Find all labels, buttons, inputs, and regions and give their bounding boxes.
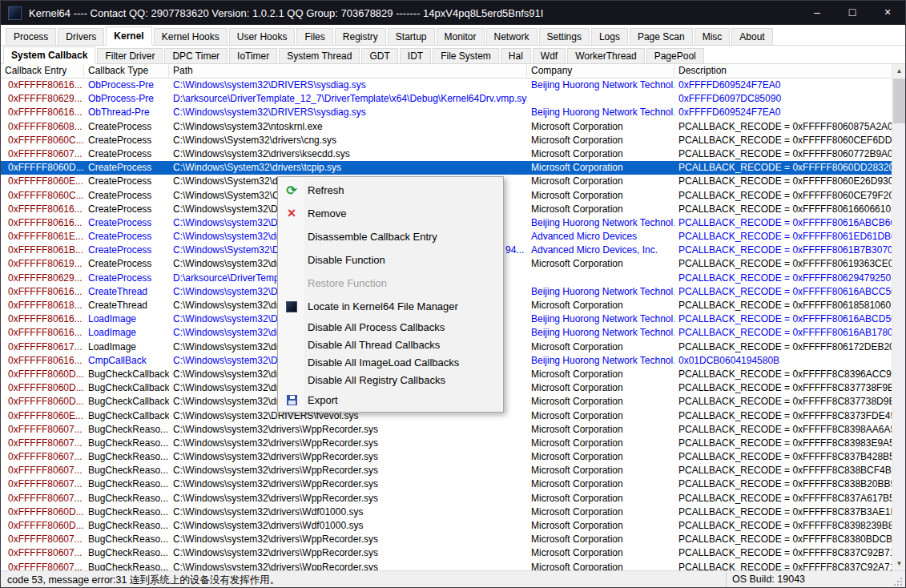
tab-page-scan[interactable]: Page Scan — [630, 28, 693, 45]
column-header-callback-type[interactable]: Callback Type — [84, 64, 169, 78]
cell-callback-entry: 0xFFFFF80616... — [1, 312, 84, 326]
menu-item-disassemble-callback-entry[interactable]: Disassemble Callback Entry — [278, 225, 503, 248]
table-row[interactable]: 0xFFFFF80607...BugCheckReaso...C:\Window… — [1, 492, 893, 505]
cell-description: PCALLBACK_RECODE = 0xFFFFF8C8398AA6A50 — [674, 423, 893, 437]
cell-description: PCALLBACK_RECODE = 0xFFFFF8C83983E9A50 — [674, 437, 893, 450]
tab-network[interactable]: Network — [486, 28, 538, 45]
tab-system-thread[interactable]: System Thread — [279, 48, 360, 63]
cell-callback-entry: 0xFFFFF8060D... — [1, 368, 84, 381]
menu-item-disable-all-thread-callbacks[interactable]: Disable All Thread Callbacks — [278, 336, 503, 353]
tab-drivers[interactable]: Drivers — [58, 28, 104, 45]
column-header-callback-entry[interactable]: Callback Entry — [1, 64, 84, 78]
menu-item-refresh[interactable]: ⟳Refresh — [278, 179, 503, 202]
cell-path: C:\Windows\system32\drivers\WppRecorder.… — [169, 423, 527, 437]
tab-workerthread[interactable]: WorkerThread — [567, 48, 644, 63]
tab-settings[interactable]: Settings — [539, 28, 590, 45]
cell-callback-entry: 0xFFFFF80616... — [1, 285, 84, 299]
tab-idt[interactable]: IDT — [400, 48, 431, 63]
cell-company: Microsoft Corporation — [527, 147, 674, 161]
table-row[interactable]: 0xFFFFF8060D...BugCheckReaso...C:\Window… — [1, 519, 893, 533]
cell-callback-type: CreateProcess — [84, 134, 169, 147]
table-row[interactable]: 0xFFFFF80607...BugCheckReaso...C:\Window… — [1, 423, 893, 437]
tab-files[interactable]: Files — [296, 28, 332, 45]
cell-callback-type: BugCheckCallback — [84, 395, 169, 409]
scrollbar-thumb[interactable] — [893, 79, 905, 123]
refresh-icon: ⟳ — [280, 183, 303, 198]
tab-file-system[interactable]: File System — [433, 48, 499, 63]
tab-filter-driver[interactable]: Filter Driver — [97, 48, 163, 63]
cell-company: Microsoft Corporation — [527, 464, 674, 477]
tab-hal[interactable]: Hal — [501, 48, 531, 63]
scroll-up-arrow-icon[interactable]: ▲ — [892, 64, 906, 78]
menu-item-disable-all-registry-callbacks[interactable]: Disable All Registry Callbacks — [278, 371, 503, 389]
table-row[interactable]: 0xFFFFF80607...BugCheckReaso...C:\Window… — [1, 464, 893, 477]
tab-wdf[interactable]: Wdf — [533, 48, 566, 63]
tab-monitor[interactable]: Monitor — [437, 28, 485, 45]
table-row[interactable]: 0xFFFFF8060D...CreateProcessC:\Windows\S… — [1, 161, 893, 175]
cell-description: PCALLBACK_RECODE = 0xFFFFF80616ABCC50 — [674, 285, 893, 299]
vertical-scrollbar[interactable]: ▲ ▼ — [892, 64, 905, 570]
cell-callback-entry: 0xFFFFF80619... — [1, 257, 84, 271]
cell-path: C:\Windows\System32\drivers\cng.sys — [169, 134, 527, 147]
menu-item-locate-in-kernel64-file-manager[interactable]: Locate in Kernel64 File Manager — [278, 295, 503, 318]
table-row[interactable]: 0xFFFFF8060D...BugCheckReaso...C:\Window… — [1, 505, 893, 519]
cell-callback-entry: 0xFFFFF80618... — [1, 299, 84, 312]
table-row[interactable]: 0xFFFFF80607...BugCheckReaso...C:\Window… — [1, 437, 893, 450]
table-row[interactable]: 0xFFFFF80629...ObProcess-PreD:\arksource… — [1, 92, 893, 106]
cell-callback-entry: 0xFFFFF80616... — [1, 79, 84, 92]
table-row[interactable]: 0xFFFFF80616...ObThread-PreC:\Windows\sy… — [1, 106, 893, 119]
tab-system-callback[interactable]: System Callback — [3, 46, 95, 64]
maximize-button[interactable]: □ — [835, 1, 870, 25]
cell-company: Microsoft Corporation — [527, 161, 674, 175]
resize-grip[interactable] — [892, 576, 904, 587]
cell-company: Beijing Huorong Network Technol... — [527, 354, 674, 368]
menu-item-export[interactable]: Export — [278, 389, 503, 412]
table-row[interactable]: 0xFFFFF80616...ObProcess-PreC:\Windows\s… — [1, 79, 893, 92]
cell-callback-entry: 0xFFFFF80629... — [1, 92, 84, 106]
window-title: Kernel64 ---- Contact QQ: 2907783620 Ver… — [29, 7, 543, 19]
menu-item-disable-all-process-callbacks[interactable]: Disable All Process Callbacks — [278, 318, 503, 336]
cell-callback-entry: 0xFFFFF8060D... — [1, 381, 84, 395]
tab-iotimer[interactable]: IoTimer — [229, 48, 277, 63]
tab-about[interactable]: About — [731, 28, 772, 45]
cell-company: Microsoft Corporation — [527, 437, 674, 450]
tab-user-hooks[interactable]: User Hooks — [229, 28, 296, 45]
cell-callback-entry: 0xFFFFF8060E... — [1, 409, 84, 423]
cell-callback-type: ObProcess-Pre — [84, 79, 169, 92]
tab-misc[interactable]: Misc — [695, 28, 731, 45]
menu-item-restore-function: Restore Function — [278, 272, 503, 295]
cell-description: PCALLBACK_RECODE = 0xFFFFF8C837B428B50 — [674, 450, 893, 464]
tab-process[interactable]: Process — [6, 28, 56, 45]
menu-item-disable-function[interactable]: Disable Function — [278, 248, 503, 272]
close-button[interactable]: × — [870, 1, 905, 25]
table-row[interactable]: 0xFFFFF8060C...CreateProcessC:\Windows\S… — [1, 134, 893, 147]
column-header-company[interactable]: Company — [527, 64, 674, 78]
tab-kernel[interactable]: Kernel — [106, 26, 151, 46]
tab-startup[interactable]: Startup — [388, 28, 435, 45]
table-row[interactable]: 0xFFFFF80607...BugCheckReaso...C:\Window… — [1, 477, 893, 491]
table-row[interactable]: 0xFFFFF80607...BugCheckReaso...C:\Window… — [1, 561, 893, 570]
cell-company: Microsoft Corporation — [527, 505, 674, 519]
table-row[interactable]: 0xFFFFF80607...BugCheckReaso...C:\Window… — [1, 546, 893, 560]
column-header-description[interactable]: Description — [674, 64, 893, 78]
menu-item-disable-all-imageload-callbacks[interactable]: Disable All ImageLoad Callbacks — [278, 353, 503, 371]
cell-callback-entry: 0xFFFFF80607... — [1, 147, 84, 161]
scroll-down-arrow-icon[interactable]: ▼ — [892, 557, 906, 570]
tab-registry[interactable]: Registry — [335, 28, 386, 45]
table-row[interactable]: 0xFFFFF80607...BugCheckReaso...C:\Window… — [1, 533, 893, 546]
menu-item-remove[interactable]: ×Remove — [278, 202, 503, 225]
minimize-button[interactable]: – — [799, 1, 835, 25]
cell-description: PCALLBACK_RECODE = 0xFFFFF8061ED61DB0 — [674, 230, 893, 244]
tab-gdt[interactable]: GDT — [361, 48, 397, 63]
table-row[interactable]: 0xFFFFF80607...CreateProcessC:\Windows\s… — [1, 147, 893, 161]
table-row[interactable]: 0xFFFFF80607...BugCheckReaso...C:\Window… — [1, 450, 893, 464]
cell-callback-entry: 0xFFFFF8060C... — [1, 189, 84, 203]
tab-kernel-hooks[interactable]: Kernel Hooks — [154, 28, 228, 45]
tab-pagepool[interactable]: PagePool — [646, 48, 704, 63]
tab-logs[interactable]: Logs — [591, 28, 628, 45]
tab-dpc-timer[interactable]: DPC Timer — [164, 48, 228, 63]
column-header-path[interactable]: Path — [169, 64, 527, 78]
cell-callback-entry: 0xFFFFF80607... — [1, 546, 84, 560]
status-separator — [726, 573, 727, 587]
table-row[interactable]: 0xFFFFF80608...CreateProcessC:\Windows\s… — [1, 120, 893, 134]
